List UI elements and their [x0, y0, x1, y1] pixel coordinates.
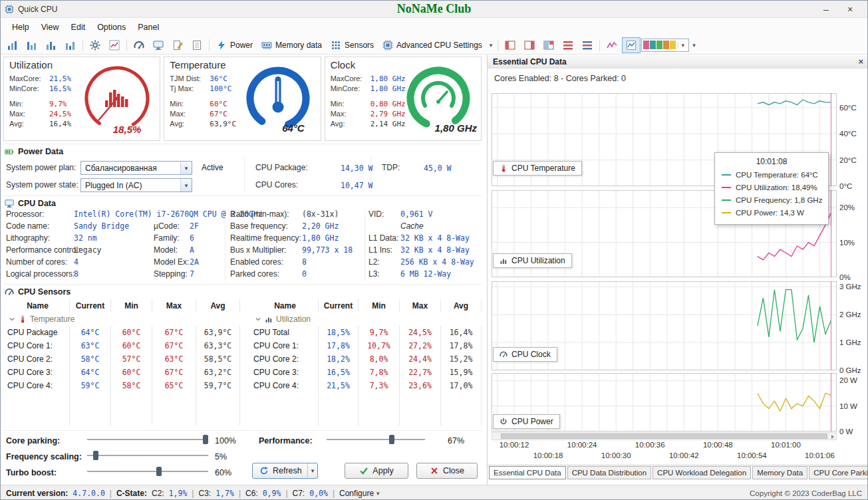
cpu-data-col2: µCode:2F Family:6 Model:A Model Ex:2A St… — [154, 220, 224, 280]
frequency-scaling-slider[interactable] — [87, 450, 208, 461]
line-graph-button[interactable] — [603, 37, 621, 53]
performance-slider[interactable] — [327, 434, 425, 445]
col-name: Name — [252, 299, 319, 312]
slider-thumb[interactable] — [93, 451, 98, 460]
divider — [244, 158, 245, 192]
separator: | — [285, 489, 287, 498]
stat-value: 24,5% — [49, 110, 71, 118]
configure-label: Configure — [339, 489, 374, 498]
slider-thumb[interactable] — [156, 467, 162, 476]
slider-thumb[interactable] — [203, 435, 208, 444]
utilization-stats: MaxCore:21,5% MinCore:16,5% Min:9,7% Max… — [9, 74, 71, 129]
menu-edit[interactable]: Edit — [65, 20, 92, 35]
toolbar-overflow-dropdown[interactable]: ▾ — [690, 40, 698, 51]
frequency-scaling-label: Frequency scaling: — [6, 452, 82, 461]
temperature-group-row[interactable]: Temperature — [6, 312, 240, 326]
core-parking-slider[interactable] — [87, 434, 208, 445]
menu-options[interactable]: Options — [91, 20, 132, 35]
graph-style-4-icon[interactable] — [61, 37, 80, 53]
cpu-temperature-tag[interactable]: CPU Temperature — [493, 161, 582, 176]
thermometer-icon — [500, 164, 507, 172]
configure-menu[interactable]: Configure ▾ — [339, 489, 380, 498]
performance-monitor-button[interactable] — [130, 37, 148, 53]
scrollbar-thumb[interactable] — [501, 434, 827, 439]
tab-essential-cpu-data[interactable]: Essential CPU Data — [489, 466, 566, 479]
sensors-button[interactable]: Sensors — [327, 37, 378, 53]
cores-summary: Cores Enabled: 8 - Cores Parked: 0 — [494, 74, 626, 83]
minimize-button[interactable]: – — [819, 4, 833, 15]
tab-cpu-data-distribution[interactable]: CPU Data Distribution — [567, 466, 651, 479]
memory-data-button[interactable]: Memory data — [257, 37, 326, 53]
tdp-value: 45,0 W — [424, 164, 452, 173]
tab-cpu-core-parking[interactable]: CPU Core Parking — [809, 466, 868, 479]
statusbar: Current version: 4.7.0.0 | C-State: C2: … — [1, 485, 867, 500]
stat-value: 100°C — [210, 84, 231, 93]
power-plan-select[interactable]: Сбалансированная ▾ — [80, 161, 192, 175]
apply-button[interactable]: Apply — [345, 463, 408, 479]
utilization-group-row[interactable]: Utilization — [252, 312, 482, 326]
menu-help[interactable]: Help — [6, 20, 35, 35]
cpu-utilization-tag[interactable]: CPU Utilization — [493, 253, 572, 268]
table-row: CPU Core 3:16,5%7,8%22,7%15,9% — [252, 366, 482, 379]
slider-thumb[interactable] — [389, 435, 394, 444]
menu-view[interactable]: View — [35, 20, 65, 35]
advanced-cpu-settings-button[interactable]: Advanced CPU Settings — [378, 37, 486, 53]
rows-view-alt-button[interactable] — [578, 37, 597, 53]
time-tick: 10:00:30 — [601, 451, 631, 459]
essential-cpu-data-toggle[interactable] — [622, 37, 641, 53]
memory-data-label: Memory data — [275, 41, 322, 50]
tab-cpu-workload-delegation[interactable]: CPU Workload Delegation — [652, 466, 751, 479]
y-axis-label: 20% — [839, 203, 855, 211]
edit-profile-button[interactable] — [168, 37, 187, 53]
panel-close-icon[interactable]: × — [858, 57, 863, 66]
advanced-cpu-settings-dropdown[interactable]: ▾ — [487, 40, 496, 51]
layout-right-button[interactable] — [520, 37, 539, 53]
kv-value: 6 MB 12-Way — [400, 269, 451, 279]
layout-left-button[interactable] — [501, 37, 519, 53]
bar-chart-icon — [65, 40, 76, 51]
version-value: 4.7.0.0 — [72, 489, 104, 498]
cpu-power-tag[interactable]: CPU Power — [493, 414, 560, 429]
graph-style-2-icon[interactable] — [23, 37, 41, 53]
refresh-button[interactable]: Refresh ▾ — [252, 463, 318, 479]
graph-window-button[interactable] — [105, 37, 124, 53]
gauge-icon — [5, 287, 14, 297]
close-window-button[interactable]: × — [843, 4, 857, 15]
toolbar-separator — [599, 39, 600, 51]
essential-panel-title: Essential CPU Data — [493, 57, 567, 66]
refresh-dropdown[interactable]: ▾ — [307, 463, 318, 478]
scroll-right-icon[interactable] — [828, 433, 836, 439]
lightning-icon — [216, 40, 227, 51]
power-state-select[interactable]: Plugged In (AC) ▾ — [80, 178, 192, 192]
turbo-boost-slider[interactable] — [87, 466, 208, 477]
chevron-down-icon — [255, 316, 261, 322]
cpu-data-col3: Ratio (min-max):(8x-31x) Base frequency:… — [230, 208, 363, 280]
settings-button[interactable] — [86, 37, 104, 53]
layout-split-button[interactable] — [539, 37, 558, 53]
panel-tabs: Essential CPU Data CPU Data Distribution… — [488, 465, 868, 480]
report-button[interactable] — [188, 37, 206, 53]
cpu-data-title: CPU Data — [18, 199, 56, 208]
display-button[interactable] — [149, 37, 168, 53]
app-icon — [5, 5, 14, 14]
y-axis-label: 0 W — [839, 428, 853, 436]
menu-panel[interactable]: Panel — [132, 20, 165, 35]
kv-value: A — [190, 245, 194, 255]
sensor-max: 67°C — [152, 366, 196, 379]
close-button[interactable]: Close — [416, 463, 478, 479]
slider-track — [87, 455, 208, 456]
chart-box-icon — [109, 40, 120, 51]
power-series-swatch — [722, 212, 731, 213]
chart-scrollbar[interactable] — [492, 432, 837, 440]
power-button[interactable]: Power — [212, 37, 257, 53]
kv-label: Base frequency: — [230, 221, 302, 231]
cpu-clock-tag[interactable]: CPU Clock — [493, 347, 557, 362]
tab-memory-data[interactable]: Memory Data — [752, 466, 807, 479]
stat-label: Max: — [170, 109, 210, 119]
stat-value: 36°C — [210, 74, 227, 83]
slider-track — [87, 471, 208, 472]
graph-style-3-icon[interactable] — [42, 37, 61, 53]
rows-view-button[interactable] — [559, 37, 577, 53]
chart-color-scheme-select[interactable]: ▾ — [641, 39, 689, 52]
graph-style-1-icon[interactable] — [3, 37, 22, 53]
